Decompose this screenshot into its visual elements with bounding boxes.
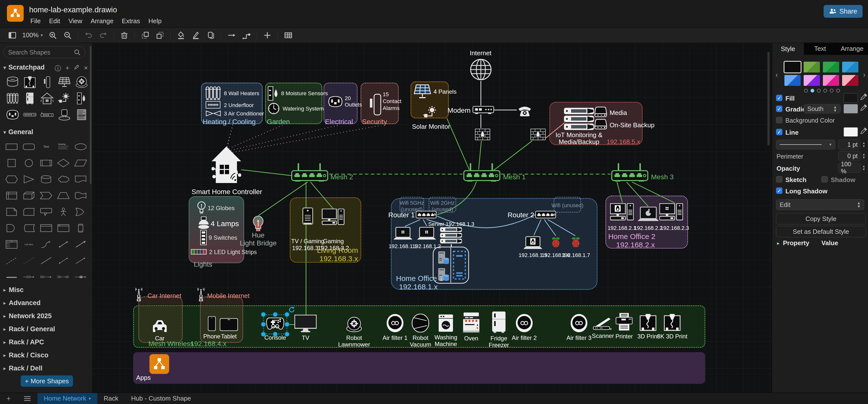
rotate-handle-icon[interactable]	[288, 306, 296, 313]
style-swatch-4[interactable]	[842, 62, 858, 72]
page-tab-hub-custom-shape[interactable]: Hub - Custom Shape	[125, 393, 197, 404]
add-page-button[interactable]: +	[0, 393, 17, 404]
node-oven[interactable]	[463, 312, 480, 333]
section-rack-apc[interactable]: ▸Rack / APC	[3, 338, 44, 346]
shape-dashed-line[interactable]	[3, 253, 20, 269]
shadow-icon[interactable]	[204, 30, 217, 41]
property-expander-icon[interactable]: ▸	[777, 240, 779, 246]
node-fridge-freezer[interactable]	[492, 311, 506, 333]
shape-label-1[interactable]	[20, 269, 37, 285]
shape-label-2[interactable]	[37, 269, 55, 285]
sketch-checkbox[interactable]	[776, 176, 782, 183]
node-wall-heaters[interactable]	[205, 86, 221, 101]
node-printer[interactable]	[616, 313, 633, 331]
selection-handle[interactable]	[261, 322, 266, 327]
shape-link[interactable]	[3, 269, 20, 285]
menu-extras[interactable]: Extras	[118, 16, 144, 26]
shape-rounded-rectangle[interactable]	[20, 138, 37, 155]
scratchpad-shape-router-4[interactable]	[38, 106, 56, 123]
scratchpad-shape-switch-8[interactable]	[21, 106, 38, 123]
node-raspberry-2[interactable]	[571, 236, 581, 249]
shape-ellipse[interactable]	[72, 138, 89, 155]
shape-bidirectional-arrow[interactable]	[55, 236, 72, 253]
menu-edit[interactable]: Edit	[45, 16, 64, 26]
node-tv[interactable]	[294, 315, 317, 333]
shape-cloud[interactable]	[55, 171, 72, 187]
node-modem[interactable]	[472, 105, 494, 115]
insert-icon[interactable]	[261, 30, 274, 41]
node-air-conditioner[interactable]	[206, 111, 221, 116]
shape-text[interactable]: Text	[37, 138, 55, 155]
section-rack-dell[interactable]: ▸Rack / Dell	[3, 365, 42, 372]
shape-trapezoid[interactable]	[55, 187, 72, 204]
menu-file[interactable]: File	[26, 16, 45, 26]
menu-view[interactable]: View	[64, 16, 87, 26]
shape-actor[interactable]	[55, 204, 72, 220]
node-iot-servers[interactable]	[564, 107, 594, 130]
section-network-2025[interactable]: ▸Network 2025	[3, 312, 52, 320]
node-outlets[interactable]	[328, 96, 343, 107]
line-color-swatch[interactable]	[844, 127, 858, 137]
background-color-checkbox[interactable]	[776, 117, 782, 123]
node-docker[interactable]	[453, 251, 466, 280]
gradient-direction-select[interactable]: South▲▼	[804, 104, 841, 114]
selection-handle[interactable]	[273, 332, 278, 337]
shape-tape[interactable]	[72, 187, 89, 204]
node-server[interactable]	[440, 226, 462, 244]
scratchpad-shape-speaker-hub[interactable]	[56, 106, 73, 123]
diagram-canvas[interactable]: CarPhoneTabletConsoleTVRobotLawnmowerAir…	[92, 43, 772, 393]
node-router-2[interactable]	[535, 211, 556, 219]
node-firewall-2[interactable]	[530, 128, 546, 141]
set-default-style-button[interactable]: Set as Default Style	[776, 226, 866, 237]
line-width-input[interactable]: 1 pt	[838, 139, 860, 150]
shape-directional-connector[interactable]	[72, 253, 89, 269]
node-robot-lawnmower[interactable]	[346, 317, 363, 333]
line-width-stepper[interactable]: ▲▼	[861, 139, 866, 150]
node-smart-home-controller[interactable]	[212, 146, 241, 187]
section-misc[interactable]: ▸Misc	[3, 286, 24, 294]
shape-circle[interactable]	[20, 155, 37, 171]
shape-mobile[interactable]	[72, 220, 89, 236]
delete-icon[interactable]	[118, 30, 131, 41]
opacity-stepper[interactable]: ▲▼	[861, 163, 866, 173]
swatch-page-dot[interactable]	[817, 89, 820, 92]
selection-handle[interactable]	[273, 312, 278, 317]
scratchpad-shape-door-sensor[interactable]	[38, 74, 56, 90]
shape-parallelogram[interactable]	[72, 155, 89, 171]
page-tab-home-network[interactable]: Home Network▾	[37, 393, 97, 404]
node-tv-gaming-pc[interactable]	[302, 208, 313, 225]
node-desktop-linux[interactable]	[610, 203, 634, 221]
selection-handle[interactable]	[261, 332, 266, 337]
shape-internal-storage[interactable]	[3, 187, 20, 204]
node-macbook[interactable]	[637, 207, 659, 222]
fill-checkbox[interactable]: ✓	[776, 95, 782, 101]
shape-bidirectional-connector[interactable]	[55, 253, 72, 269]
node-laptop-1[interactable]	[393, 226, 413, 241]
shape-line[interactable]	[37, 253, 55, 269]
pages-menu-icon[interactable]	[17, 393, 37, 404]
eyedropper-icon[interactable]	[860, 104, 867, 112]
style-swatch-2[interactable]	[804, 62, 820, 72]
style-swatch-3[interactable]	[823, 62, 839, 72]
zoom-in-icon[interactable]	[46, 30, 59, 41]
node-telephone[interactable]	[517, 103, 532, 117]
style-swatch-6[interactable]	[804, 75, 820, 86]
node-mobile-antenna[interactable]	[197, 288, 205, 301]
node-firewall-1[interactable]	[475, 128, 490, 141]
scratchpad-shape-solar-monitor[interactable]	[56, 90, 73, 106]
node-lamps[interactable]	[198, 217, 210, 229]
panel-tab-text[interactable]: Text	[804, 43, 836, 55]
fill-color-icon[interactable]	[175, 30, 187, 41]
shape-curve[interactable]	[37, 236, 55, 253]
gradient-checkbox[interactable]: ✓	[776, 105, 782, 112]
share-button[interactable]: Share	[824, 5, 863, 18]
scratchpad-header[interactable]: ▾Scratchpad	[3, 64, 44, 71]
waypoints-icon[interactable]	[240, 30, 253, 41]
node-media-backup-drives[interactable]	[594, 106, 607, 130]
swatch-page-dot[interactable]	[810, 89, 814, 92]
shape-list[interactable]: ListItem 1Item 2Item 3	[3, 236, 20, 253]
node-apps-logo[interactable]	[149, 354, 169, 374]
gradient-color-swatch[interactable]	[844, 104, 858, 114]
line-checkbox[interactable]: ✓	[776, 129, 782, 135]
node-air-filter-2[interactable]	[516, 314, 533, 333]
